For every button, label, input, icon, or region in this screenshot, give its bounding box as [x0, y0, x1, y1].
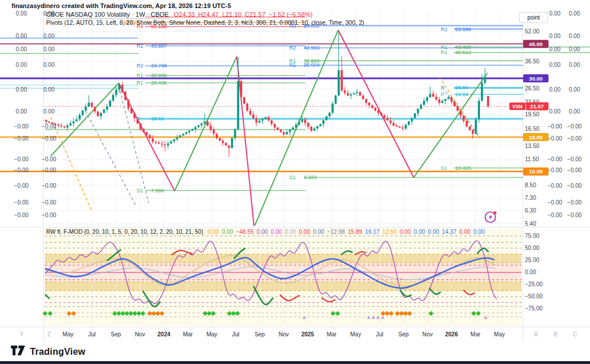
candle	[158, 143, 160, 144]
tradingview-chart-window: 58.049R455.185R243.987R234.748R130.995P1…	[0, 0, 590, 364]
svg-text:0.00: 0.00	[16, 86, 27, 93]
candle	[118, 85, 120, 90]
pivots-indicator-legend[interactable]: Pivots (12, AUTO, 15, Left, 8, 20, Show …	[46, 19, 364, 26]
price-unit-button[interactable]: point	[519, 12, 548, 23]
svg-text:−50.00: −50.00	[525, 293, 543, 299]
ohlc-value: O24.33	[174, 11, 195, 18]
svg-text:30.00: 30.00	[529, 75, 543, 82]
oscillator-legend[interactable]: RW ft. F-MOD (0, 20, 10, 1, 5, 0, 20, 10…	[46, 229, 485, 235]
tradingview-logo[interactable]: TradingView	[10, 345, 85, 358]
svg-text:−0.00: −0.00	[14, 156, 29, 162]
svg-text:7.30: 7.30	[525, 195, 536, 201]
candle	[375, 108, 377, 111]
candle	[255, 119, 258, 123]
candle	[447, 97, 449, 99]
svg-text:R1: R1	[441, 44, 448, 50]
candle	[186, 132, 188, 134]
candle	[264, 117, 267, 119]
svg-text:50.00: 50.00	[525, 245, 539, 251]
svg-text:A: A	[534, 331, 538, 338]
candle	[267, 117, 270, 120]
tradingview-logo-text: TradingView	[30, 347, 85, 357]
symbol-legend[interactable]: CBOE NASDAQ 100 Volatility · 1W · CBOE O…	[46, 11, 312, 18]
flash-alert-icon[interactable]	[484, 210, 498, 223]
candle	[444, 99, 447, 101]
time-scale[interactable]: MayJulSepNov2024MarMayJulSepNov2025MarMa…	[20, 331, 577, 338]
svg-text:◆: ◆	[43, 309, 48, 316]
symbol-title[interactable]: CBOE NASDAQ 100 Volatility · 1W · CBOE	[46, 11, 169, 19]
candle	[115, 90, 118, 95]
candle	[146, 132, 148, 135]
svg-text:0.00: 0.00	[549, 86, 561, 93]
candle	[228, 146, 230, 148]
candle	[88, 103, 90, 107]
candle	[179, 135, 181, 137]
candle	[112, 95, 115, 101]
candle	[97, 112, 99, 116]
oscillator-title[interactable]: RW ft. F-MOD (0, 20, 10, 1, 5, 0, 20, 10…	[46, 229, 203, 235]
chart-canvas[interactable]: 58.049R455.185R243.987R234.748R130.995P1…	[0, 0, 590, 364]
candle	[191, 129, 194, 131]
candle	[57, 124, 59, 126]
svg-text:Jul: Jul	[232, 331, 240, 338]
candle	[134, 113, 136, 119]
candle	[463, 116, 465, 121]
candle	[353, 93, 355, 94]
candle	[262, 119, 264, 120]
candle	[274, 124, 276, 127]
svg-text:−0.00: −0.00	[547, 135, 562, 142]
ohlc-values: O24.33H24.47L21.10C21.57−1.52 (−6.58%)	[171, 11, 313, 18]
svg-text:0.00: 0.00	[569, 33, 580, 39]
candle	[319, 124, 322, 126]
svg-text:13.50: 13.50	[525, 143, 539, 149]
svg-text:May: May	[206, 331, 217, 338]
candle	[215, 134, 218, 138]
candle	[85, 107, 87, 111]
svg-text:0.00: 0.00	[569, 62, 580, 68]
candle	[289, 130, 291, 132]
candle	[207, 122, 209, 126]
svg-text:−0.00: −0.00	[14, 183, 29, 189]
candle	[246, 104, 248, 111]
candle	[328, 113, 331, 116]
candle	[194, 127, 196, 129]
price-scale[interactable]: 22.5052.0045.0036.5030.0026.5019.5016.50…	[509, 28, 549, 227]
svg-text:R1: R1	[137, 73, 143, 78]
candle	[210, 126, 212, 130]
candle	[121, 85, 123, 92]
svg-text:Y: Y	[20, 331, 24, 338]
candle	[100, 113, 102, 116]
svg-text:0.00: 0.00	[43, 46, 55, 52]
svg-text:Z: Z	[47, 331, 51, 338]
svg-text:R2: R2	[137, 43, 143, 49]
svg-text:0.00: 0.00	[549, 62, 561, 68]
svg-text:−0.00: −0.00	[547, 167, 562, 173]
svg-text:−0.00: −0.00	[41, 199, 56, 206]
candle	[155, 142, 157, 143]
oscillator-value: 12.50	[383, 229, 397, 235]
svg-text:R2: R2	[441, 26, 448, 32]
svg-text:26.50: 26.50	[525, 85, 539, 92]
svg-text:May: May	[350, 331, 361, 338]
candle	[487, 96, 489, 107]
candle	[365, 99, 368, 103]
oscillator-scale[interactable]: 75.0050.0025.000.00−25.00−50.00−75.00	[525, 233, 543, 312]
ohlc-value: H24.47	[198, 11, 218, 18]
candle	[124, 92, 127, 100]
svg-text:◆: ◆	[160, 309, 165, 316]
svg-text:−0.00: −0.00	[41, 212, 56, 218]
candle	[392, 123, 395, 125]
candle	[341, 70, 343, 90]
svg-text:R2: R2	[137, 63, 143, 69]
svg-text:36.50: 36.50	[525, 58, 539, 65]
svg-text:R2: R2	[289, 45, 296, 51]
candle	[286, 132, 288, 134]
candle	[402, 127, 404, 128]
candle	[188, 131, 191, 132]
candle	[429, 94, 432, 97]
svg-text:May: May	[63, 331, 74, 338]
svg-text:43.987: 43.987	[151, 43, 167, 49]
svg-text:◆: ◆	[407, 309, 413, 316]
candle	[283, 132, 285, 134]
svg-text:10.426: 10.426	[455, 165, 471, 171]
